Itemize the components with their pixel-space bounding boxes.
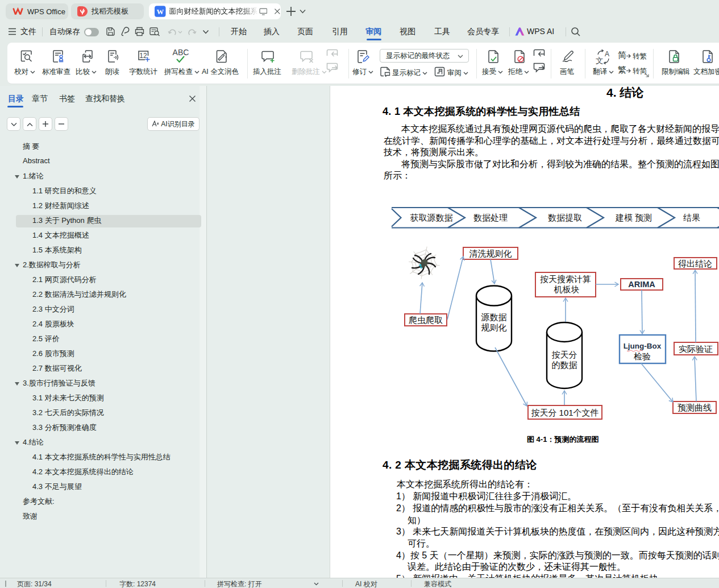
svg-text:获取源数据: 获取源数据: [410, 213, 453, 222]
svg-text:源数据: 源数据: [481, 312, 507, 322]
svg-text:12: 12: [139, 52, 147, 60]
svg-text:A: A: [605, 50, 609, 58]
svg-text:按天搜索计算: 按天搜索计算: [540, 274, 591, 284]
svg-text:得出结论: 得出结论: [678, 259, 712, 268]
svg-text:清洗规则化: 清洗规则化: [469, 249, 512, 258]
svg-text:建模 预测: 建模 预测: [615, 213, 652, 222]
svg-text:数据提取: 数据提取: [548, 213, 582, 222]
svg-text:数据处理: 数据处理: [473, 213, 508, 222]
svg-text:按天分 101个文件: 按天分 101个文件: [531, 408, 599, 417]
svg-text:ABC: ABC: [173, 48, 189, 57]
svg-text:按天分: 按天分: [552, 350, 577, 359]
svg-text:结果: 结果: [683, 213, 700, 222]
svg-text:爬虫爬取: 爬虫爬取: [409, 315, 443, 325]
svg-text:ARIMA: ARIMA: [628, 280, 655, 289]
svg-text:实际验证: 实际验证: [679, 344, 713, 354]
svg-text:W: W: [156, 8, 164, 16]
svg-text:Ljung-Box: Ljung-Box: [624, 342, 662, 350]
svg-text:的数据: 的数据: [552, 360, 577, 370]
svg-text:文: 文: [596, 56, 604, 64]
svg-text:机板块: 机板块: [554, 284, 580, 294]
svg-text:预测曲线: 预测曲线: [678, 403, 712, 412]
svg-text:规则化: 规则化: [481, 322, 507, 332]
svg-text:检验: 检验: [634, 351, 651, 361]
